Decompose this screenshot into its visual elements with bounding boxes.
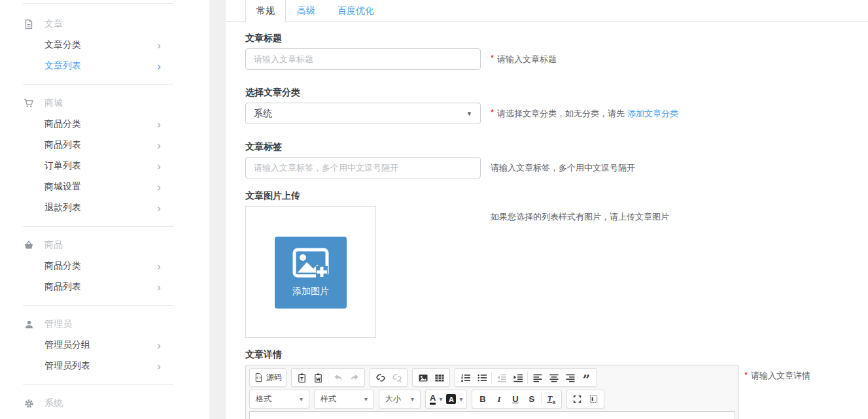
align-left-button[interactable] [529, 369, 546, 386]
required-asterisk: * [744, 370, 748, 380]
toolbar-separator [491, 372, 492, 384]
font-size-dropdown[interactable]: 大小 ▾ [381, 391, 418, 407]
chevron-right-icon: › [157, 203, 161, 214]
paste-from-word-button[interactable] [310, 369, 326, 386]
caret-down-icon: ▾ [411, 395, 414, 403]
link-button[interactable] [372, 369, 389, 386]
add-category-link[interactable]: 添加文章分类 [627, 108, 678, 120]
undo-button[interactable] [330, 369, 346, 386]
sidebar-item-order-list[interactable]: 订单列表 › [0, 156, 209, 176]
article-detail-label: 文章详情 [245, 349, 868, 361]
background-color-button[interactable]: A ▾ [444, 391, 464, 407]
tab-label: 百度优化 [338, 5, 374, 16]
sidebar-item-label: 商品列表 [44, 281, 81, 293]
article-image-label: 文章图片上传 [245, 190, 868, 202]
article-title-input[interactable] [245, 48, 481, 70]
tab-bar: 常规 高级 百度优化 [226, 0, 868, 22]
align-right-icon [565, 373, 576, 383]
article-image-upload-area[interactable]: 添加图片 [245, 206, 376, 338]
caret-down-icon: ▾ [364, 395, 368, 403]
redo-icon [349, 373, 360, 382]
bold-button[interactable]: B [474, 391, 491, 407]
chevron-right-icon: › [157, 40, 161, 51]
maximize-button[interactable] [569, 391, 585, 407]
align-left-icon [532, 373, 543, 383]
bulleted-list-button[interactable] [474, 369, 490, 386]
sidebar-item-article-list[interactable]: 文章列表 › [0, 56, 209, 76]
link-icon [375, 373, 386, 383]
text-color-icon: A [430, 394, 436, 405]
divider [23, 305, 173, 306]
source-code-button[interactable]: 源码 [252, 369, 284, 386]
decrease-indent-button[interactable] [493, 369, 510, 386]
content-gutter [209, 0, 226, 419]
align-right-button[interactable] [562, 369, 578, 386]
article-category-select[interactable]: 系统 ▼ [245, 103, 481, 124]
insert-image-button[interactable] [415, 369, 431, 386]
divider [23, 3, 173, 4]
divider [23, 84, 173, 85]
sidebar-item-label: 管理员分组 [44, 339, 90, 351]
outdent-icon [496, 373, 507, 383]
sidebar-item-article-category[interactable]: 文章分类 › [0, 35, 209, 56]
add-image-button[interactable]: 添加图片 [275, 237, 347, 309]
sidebar-item-admin-list[interactable]: 管理员列表 › [0, 356, 209, 377]
paste-as-text-button[interactable] [294, 369, 310, 386]
required-asterisk: * [491, 53, 494, 63]
redo-button[interactable] [346, 369, 362, 386]
show-blocks-button[interactable] [585, 391, 602, 407]
hint-text: 如果您选择的列表样式有图片，请上传文章图片 [491, 211, 669, 223]
blockquote-button[interactable]: ” [578, 369, 595, 386]
sidebar-item-goods-list[interactable]: 商品列表 › [0, 135, 209, 156]
sidebar-item-product-list[interactable]: 商品列表 › [0, 277, 209, 297]
show-blocks-icon [589, 394, 599, 404]
background-color-icon: A [446, 394, 456, 404]
numbered-list-button[interactable] [457, 369, 474, 386]
numbered-list-icon [460, 373, 471, 383]
document-icon [23, 18, 35, 30]
sidebar-item-goods-category[interactable]: 商品分类 › [0, 114, 209, 135]
remove-format-button[interactable]: Tx [543, 391, 559, 407]
italic-button[interactable]: I [491, 391, 507, 407]
sidebar-item-label: 退款列表 [44, 202, 81, 214]
text-color-button[interactable]: A ▾ [428, 391, 444, 407]
chevron-right-icon: › [157, 119, 161, 130]
strikethrough-button[interactable]: S [523, 391, 540, 407]
sidebar-item-mall-settings[interactable]: 商城设置 › [0, 176, 209, 197]
sidebar-section-label: 文章 [44, 18, 63, 30]
sidebar-item-product-category[interactable]: 商品分类 › [0, 256, 209, 277]
format-dropdown[interactable]: 格式 ▾ [252, 391, 307, 407]
indent-icon [513, 373, 523, 383]
sidebar-item-label: 商品列表 [44, 139, 81, 151]
underline-button[interactable]: U [507, 391, 523, 407]
sidebar-item-basic-info[interactable]: 基本信息 › [0, 414, 209, 419]
increase-indent-button[interactable] [510, 369, 526, 386]
tab-baidu-seo[interactable]: 百度优化 [326, 0, 385, 21]
styles-dropdown[interactable]: 样式 ▾ [317, 391, 372, 407]
editor-content-area[interactable] [249, 411, 735, 419]
article-detail-hint: * 请输入文章详情 [744, 370, 810, 382]
chevron-right-icon: › [157, 282, 161, 293]
align-center-button[interactable] [546, 369, 562, 386]
insert-table-button[interactable] [431, 369, 447, 386]
tab-label: 高级 [297, 5, 315, 16]
bulleted-list-icon [477, 373, 487, 383]
article-tags-input[interactable] [245, 157, 481, 178]
article-title-hint: * 请输入文章标题 [491, 54, 557, 65]
article-image-hint: 如果您选择的列表样式有图片，请上传文章图片 [491, 211, 669, 223]
hint-text: 请输入文章标签，多个用中文逗号隔开 [491, 162, 635, 174]
tab-general[interactable]: 常规 [245, 0, 286, 22]
sidebar-section-label: 商城 [44, 97, 63, 109]
sidebar-item-label: 管理员列表 [44, 360, 90, 372]
hint-text: 请选择文章分类，如无分类，请先 [497, 108, 625, 120]
sidebar-item-label: 商品分类 [44, 260, 81, 272]
tab-advanced[interactable]: 高级 [286, 0, 326, 21]
unlink-icon [392, 373, 402, 383]
sidebar-item-label: 文章列表 [44, 60, 81, 72]
sidebar-section-label: 商品 [44, 239, 63, 251]
divider [23, 226, 173, 227]
unlink-button[interactable] [389, 369, 405, 386]
sidebar-item-refund-list[interactable]: 退款列表 › [0, 197, 209, 218]
sidebar-item-admin-groups[interactable]: 管理员分组 › [0, 335, 209, 356]
paste-text-icon [297, 373, 307, 383]
